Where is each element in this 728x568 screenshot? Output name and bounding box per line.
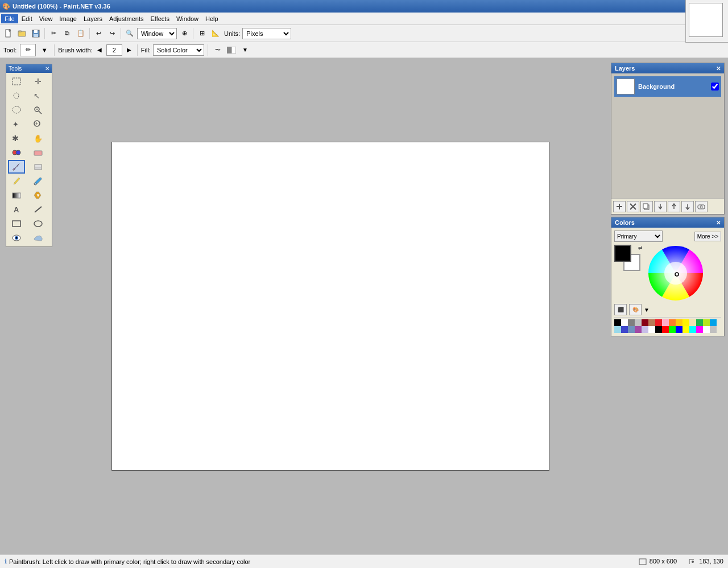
layer-duplicate-button[interactable] [640,201,653,212]
open-button[interactable] [16,27,28,40]
tool-selector[interactable]: ✏ [20,44,36,56]
tool-cloud[interactable] [30,231,47,245]
palette-color-swatch[interactable] [655,326,662,333]
color-hex-icon[interactable]: ⬛ [614,304,627,315]
units-dropdown[interactable]: Pixels Inches Centimeters [242,28,291,39]
color-picker-icon[interactable]: 🎨 [629,304,642,315]
more-colors-button[interactable]: More >> [694,232,721,241]
brush-width-increase[interactable]: ▶ [125,44,134,56]
menu-edit[interactable]: Edit [18,14,36,23]
blend-mode-button[interactable] [225,44,238,56]
layer-row-background[interactable]: Background [614,76,721,97]
layer-move-up-button[interactable] [668,201,680,212]
tool-paintbrush[interactable] [8,160,25,174]
tool-move-pixels[interactable]: ↖ [30,89,47,102]
palette-color-swatch[interactable] [689,326,696,333]
color-mode-select[interactable]: Primary Secondary [614,231,663,242]
brush-width-input[interactable] [106,44,122,56]
palette-color-swatch[interactable] [621,319,628,326]
blend-arrow[interactable]: ▼ [239,44,251,56]
swap-colors-button[interactable]: ⇄ [638,245,643,250]
palette-color-swatch[interactable] [642,326,648,333]
tool-line[interactable] [30,203,47,216]
tool-gradient[interactable] [8,188,25,202]
palette-color-swatch[interactable] [635,319,642,326]
palette-color-swatch[interactable] [662,319,669,326]
palette-color-swatch[interactable] [662,326,669,333]
copy-button[interactable]: ⧉ [61,27,73,40]
tool-fill[interactable]: ▼ [30,188,47,202]
grid-button[interactable]: ⊞ [196,27,208,40]
palette-color-swatch[interactable] [703,319,710,326]
palette-color-swatch[interactable] [669,319,676,326]
canvas-area[interactable] [52,58,609,554]
palette-color-swatch[interactable] [682,319,689,326]
palette-color-swatch[interactable] [710,319,717,326]
redo-button[interactable]: ↪ [106,27,118,40]
menu-image[interactable]: Image [56,14,80,23]
palette-color-swatch[interactable] [703,326,710,333]
zoom-in-button[interactable]: ⊕ [178,27,191,40]
ruler-button[interactable]: 📐 [209,27,222,40]
new-button[interactable] [2,27,15,40]
palette-color-swatch[interactable] [676,326,682,333]
colors-close-icon[interactable]: ✕ [716,220,721,226]
tool-ellipse[interactable] [30,217,47,231]
menu-help[interactable]: Help [202,14,222,23]
tool-zoom[interactable]: + [30,103,47,117]
menu-effects[interactable]: Effects [147,14,173,23]
palette-color-swatch[interactable] [710,326,717,333]
palette-color-swatch[interactable] [655,319,662,326]
menu-layers[interactable]: Layers [80,14,106,23]
tool-selector-arrow[interactable]: ▼ [38,44,51,56]
layer-add-button[interactable] [613,201,626,212]
tool-rectangle-select[interactable] [8,75,25,88]
tool-color-picker[interactable] [30,174,47,188]
palette-color-swatch[interactable] [635,326,642,333]
tool-clone-stamp[interactable]: ✱ [8,131,25,145]
layer-move-down-button[interactable] [681,201,694,212]
antialiasing-button[interactable]: 〜 [212,44,224,56]
tool-eraser[interactable] [30,146,47,159]
layer-merge-down-button[interactable] [654,201,667,212]
tool-recolor[interactable] [8,146,25,159]
palette-color-swatch[interactable] [676,319,682,326]
tool-move-selection[interactable]: ✛ [30,75,47,88]
palette-color-swatch[interactable] [682,326,689,333]
menu-file[interactable]: File [1,14,18,23]
paste-button[interactable]: 📋 [75,27,87,40]
tool-hand[interactable]: ✋ [30,131,47,145]
cut-button[interactable]: ✂ [47,27,60,40]
fill-dropdown[interactable]: Solid Color No Fill Backcolor [153,44,204,56]
zoom-out-button[interactable]: 🔍 [123,27,136,40]
tool-rectangle[interactable] [8,217,25,231]
palette-color-swatch[interactable] [628,326,635,333]
primary-color-swatch[interactable] [614,245,631,262]
menu-adjustments[interactable]: Adjustments [106,14,147,23]
tool-eye[interactable] [8,231,25,245]
palette-color-swatch[interactable] [648,319,655,326]
layer-properties-button[interactable]: ⚙ [695,201,708,212]
palette-color-swatch[interactable] [614,326,621,333]
undo-button[interactable]: ↩ [92,27,105,40]
palette-color-swatch[interactable] [696,326,703,333]
palette-color-swatch[interactable] [648,326,655,333]
tool-ellipse-select[interactable] [8,103,25,117]
color-expand-button[interactable]: ▼ [644,304,650,315]
palette-color-swatch[interactable] [696,319,703,326]
save-button[interactable] [30,27,42,40]
color-wheel-container[interactable] [647,245,704,302]
canvas[interactable] [111,142,549,471]
tool-eraser2[interactable] [30,160,47,174]
menu-window[interactable]: Window [173,14,202,23]
palette-color-swatch[interactable] [669,326,676,333]
palette-color-swatch[interactable] [628,319,635,326]
tool-pencil[interactable] [8,174,25,188]
color-wheel[interactable] [647,245,704,302]
layer-visibility-checkbox[interactable] [711,83,719,90]
layer-delete-button[interactable] [627,201,639,212]
palette-color-swatch[interactable] [621,326,628,333]
zoom-dropdown[interactable]: Window 100% 200% 50% [137,28,177,39]
tool-text[interactable]: A [8,203,25,216]
palette-color-swatch[interactable] [642,319,648,326]
